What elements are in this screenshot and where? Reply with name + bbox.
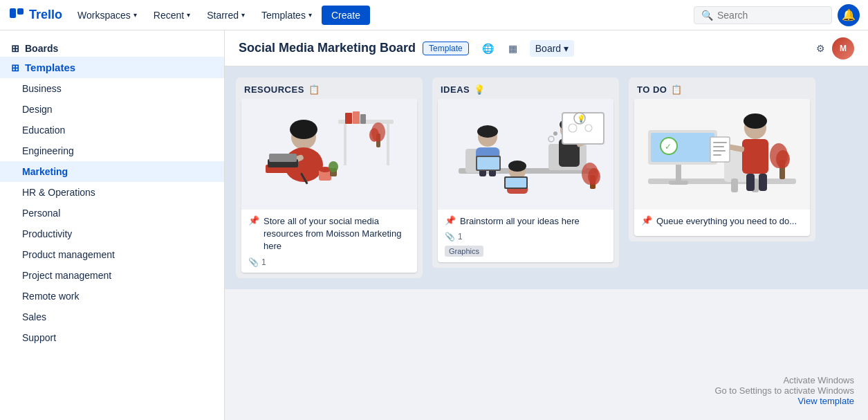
svg-rect-4 — [344, 124, 347, 165]
chevron-down-icon: ▾ — [187, 11, 190, 19]
attachment-icon-ideas: 📎 — [445, 232, 455, 241]
svg-text:✓: ✓ — [665, 142, 672, 152]
sidebar-item-hr[interactable]: HR & Operations — [0, 182, 224, 203]
chevron-down-icon: ▾ — [241, 11, 245, 19]
board-icons: 🌐 ▦ — [479, 39, 523, 58]
svg-text:💡: 💡 — [577, 114, 586, 123]
card-pin-icon-todo: 📌 — [641, 215, 652, 226]
svg-rect-74 — [746, 174, 755, 191]
card-body-todo: 📌 Queue everything you need to do... — [634, 210, 810, 236]
sidebar: ⊞ Boards ⊞ Templates Business Design Edu… — [0, 30, 225, 420]
sidebar-item-sales[interactable]: Sales — [0, 307, 224, 327]
sidebar-item-product-management[interactable]: Product management — [0, 244, 224, 265]
templates-menu[interactable]: Templates ▾ — [255, 6, 319, 25]
main-content: Social Media Marketing Board Template 🌐 … — [225, 30, 868, 289]
logo-area: Trello — [8, 7, 62, 24]
sidebar-item-support[interactable]: Support — [0, 327, 224, 348]
sidebar-item-business[interactable]: Business — [0, 78, 224, 99]
sidebar-item-engineering[interactable]: Engineering — [0, 140, 224, 161]
workspaces-menu[interactable]: Workspaces ▾ — [71, 6, 144, 25]
sidebar-item-productivity[interactable]: Productivity — [0, 223, 224, 244]
kanban-column-todo: TO DO 📋 — [629, 77, 815, 241]
svg-point-66 — [744, 113, 767, 129]
svg-rect-75 — [759, 174, 767, 191]
trello-logo[interactable]: Trello — [8, 7, 62, 24]
svg-rect-6 — [345, 113, 352, 124]
column-cards-ideas: 💡 — [432, 99, 619, 268]
sidebar-item-design[interactable]: Design — [0, 99, 224, 120]
card-pin-icon: 📌 — [248, 215, 259, 226]
sidebar-item-education[interactable]: Education — [0, 120, 224, 140]
svg-point-11 — [369, 128, 379, 142]
filter-button[interactable]: ⚙ — [816, 43, 825, 54]
svg-point-78 — [776, 150, 790, 168]
card-text-resources: Store all of your social media resources… — [264, 215, 410, 253]
sidebar-item-project-management[interactable]: Project management — [0, 265, 224, 286]
svg-rect-34 — [477, 157, 499, 170]
starred-menu[interactable]: Starred ▾ — [200, 6, 252, 25]
create-button[interactable]: Create — [322, 6, 370, 25]
sidebar-item-personal[interactable]: Personal — [0, 203, 224, 223]
chart-icon[interactable]: ▦ — [504, 39, 523, 58]
search-input[interactable] — [717, 10, 821, 21]
resources-header-text: RESOURCES — [244, 84, 304, 95]
kanban-column-ideas: IDEAS 💡 — [432, 77, 619, 268]
svg-point-47 — [508, 161, 526, 172]
globe-icon[interactable]: 🌐 — [479, 39, 498, 58]
activate-overlay: Activate Windows Go to Settings to activ… — [714, 375, 854, 406]
ideas-header-text: IDEAS — [441, 84, 470, 95]
svg-rect-57 — [669, 181, 688, 185]
column-cards-resources: 📌 Store all of your social media resourc… — [236, 99, 423, 278]
svg-rect-1 — [17, 8, 24, 15]
main-wrapper: Social Media Marketing Board Template 🌐 … — [225, 30, 868, 420]
boards-section[interactable]: ⊞ Boards — [0, 39, 224, 57]
sidebar-item-remote-work[interactable]: Remote work — [0, 286, 224, 307]
search-icon: 🔍 — [701, 10, 713, 21]
template-badge: Template — [423, 42, 469, 55]
svg-rect-63 — [731, 179, 738, 192]
svg-rect-19 — [269, 154, 297, 162]
main-layout: ⊞ Boards ⊞ Templates Business Design Edu… — [0, 30, 868, 420]
view-template-link[interactable]: View template — [798, 396, 854, 406]
chevron-down-icon: ▾ — [564, 43, 569, 54]
svg-rect-73 — [713, 154, 721, 156]
card-image-todo: ✓ — [634, 99, 810, 210]
recent-menu[interactable]: Recent ▾ — [147, 6, 197, 25]
svg-rect-5 — [387, 124, 389, 165]
svg-rect-8 — [360, 114, 366, 124]
attachment-icon: 📎 — [248, 257, 259, 267]
card-todo-1[interactable]: ✓ — [634, 99, 810, 236]
notification-button[interactable]: 🔔 — [838, 4, 860, 26]
card-pin-icon-ideas: 📌 — [445, 215, 456, 226]
column-cards-todo: ✓ — [629, 99, 815, 241]
nav-items: Workspaces ▾ Recent ▾ Starred ▾ Template… — [71, 6, 694, 25]
kanban-column-resources: RESOURCES 📋 — [236, 77, 423, 278]
card-footer-ideas: 📎 1 — [445, 232, 607, 241]
svg-rect-70 — [713, 142, 727, 143]
svg-rect-2 — [241, 99, 417, 210]
avatar: M — [832, 37, 854, 60]
svg-rect-50 — [506, 178, 526, 188]
sidebar-item-marketing[interactable]: Marketing — [0, 161, 224, 182]
templates-section[interactable]: ⊞ Templates — [0, 57, 224, 78]
templates-icon: ⊞ — [11, 62, 19, 73]
search-box[interactable]: 🔍 — [694, 6, 832, 24]
svg-rect-71 — [713, 146, 724, 147]
attachment-count: 1 — [261, 257, 266, 267]
todo-icon: 📋 — [671, 84, 683, 95]
svg-point-13 — [290, 120, 317, 139]
resources-icon: 📋 — [308, 84, 320, 95]
svg-rect-0 — [10, 8, 16, 18]
card-resources-1[interactable]: 📌 Store all of your social media resourc… — [241, 99, 417, 273]
svg-point-53 — [588, 168, 600, 185]
trello-wordmark: Trello — [29, 8, 62, 22]
trello-icon — [8, 7, 25, 24]
notification-icon: 🔔 — [842, 8, 856, 21]
chevron-down-icon: ▾ — [133, 11, 137, 19]
card-ideas-1[interactable]: 💡 — [438, 99, 613, 262]
activate-windows-text: Activate Windows — [714, 375, 854, 385]
go-to-settings-text: Go to Settings to activate Windows — [714, 385, 854, 396]
card-body-ideas: 📌 Brainstorm all your ideas here 📎 1 Gra… — [438, 210, 613, 262]
column-header-ideas: IDEAS 💡 — [432, 77, 619, 99]
board-view-button[interactable]: Board ▾ — [530, 40, 574, 57]
